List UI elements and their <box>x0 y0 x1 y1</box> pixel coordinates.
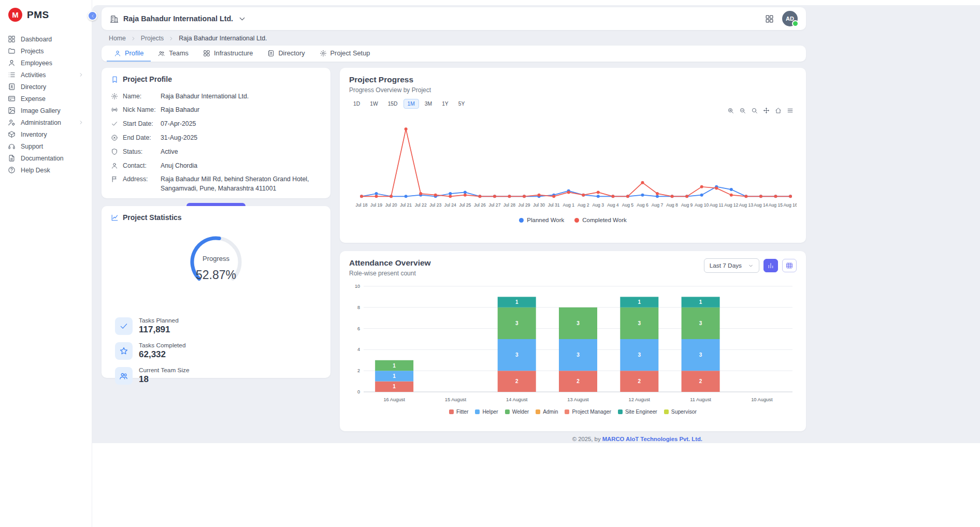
tab-project-setup[interactable]: Project Setup <box>312 46 378 62</box>
days-filter-value: Last 7 Days <box>710 262 742 269</box>
stat-value: 18 <box>139 374 189 385</box>
legend-label: Completed Work <box>582 217 626 223</box>
legend-fitter[interactable]: Fitter <box>449 409 468 415</box>
sidebar-item-projects[interactable]: Projects <box>0 45 92 57</box>
legend-site-engineer[interactable]: Site Engineer <box>618 409 657 415</box>
zoom-out-icon[interactable] <box>739 107 746 114</box>
svg-text:Jul 19: Jul 19 <box>370 202 382 208</box>
legend-label: Admin <box>543 409 558 415</box>
user-icon <box>114 50 121 57</box>
legend-color-square <box>536 409 540 414</box>
svg-text:14 August: 14 August <box>506 397 528 402</box>
stat-value: 117,891 <box>139 325 179 335</box>
range-button-1d[interactable]: 1D <box>349 99 364 109</box>
stat-label: Current Team Size <box>139 367 189 374</box>
breadcrumb-link-home[interactable]: Home <box>109 35 126 42</box>
team-icon <box>115 367 133 385</box>
range-button-15d[interactable]: 15D <box>384 99 402 109</box>
zoom-select-icon[interactable] <box>751 107 758 114</box>
sidebar-item-support[interactable]: Support <box>0 140 92 152</box>
chevron-down-icon <box>238 14 247 23</box>
field-label: Contact: <box>123 162 156 169</box>
tab-infrastructure[interactable]: Infrastructure <box>196 46 260 62</box>
legend-project-manager[interactable]: Project Manager <box>565 409 611 415</box>
attendance-card-subtitle: Role-wise present count <box>349 270 431 277</box>
sidebar-item-label: Activities <box>21 71 73 79</box>
building-icon <box>110 14 119 23</box>
tab-teams[interactable]: Teams <box>151 46 196 62</box>
svg-text:2: 2 <box>357 368 360 373</box>
field-label: Start Date: <box>123 120 156 127</box>
svg-text:Aug 13: Aug 13 <box>739 202 753 208</box>
svg-text:Aug 2: Aug 2 <box>578 202 589 208</box>
svg-text:1: 1 <box>393 363 396 369</box>
sidebar-item-dashboard[interactable]: Dashboard <box>0 33 92 45</box>
legend-completed-work[interactable]: Completed Work <box>574 217 626 223</box>
sidebar-item-image-gallery[interactable]: Image Gallery <box>0 105 92 116</box>
chart-view-button[interactable] <box>763 259 778 272</box>
svg-text:3: 3 <box>638 352 641 358</box>
chevron-down-icon <box>748 263 754 269</box>
sidebar-item-expense[interactable]: Expense <box>0 93 92 105</box>
content: Raja Bahadur International Ltd. AD HomeP… <box>102 7 806 442</box>
field-label: Status: <box>123 148 156 155</box>
legend-planned-work[interactable]: Planned Work <box>519 217 564 223</box>
range-button-3m[interactable]: 3M <box>421 99 436 109</box>
legend-supervisor[interactable]: Supervisor <box>664 409 697 415</box>
sidebar-item-employees[interactable]: Employees <box>0 57 92 69</box>
sidebar-item-activities[interactable]: Activities <box>0 69 92 81</box>
svg-text:3: 3 <box>577 352 580 358</box>
pan-icon[interactable] <box>763 107 770 114</box>
sidebar-item-administration[interactable]: Administration <box>0 116 92 128</box>
range-button-1y[interactable]: 1Y <box>438 99 453 109</box>
user-avatar[interactable]: AD <box>782 11 798 26</box>
svg-text:Jul 18: Jul 18 <box>356 202 368 208</box>
svg-text:13 August: 13 August <box>567 397 589 402</box>
legend-color-dot <box>519 218 524 223</box>
sidebar-item-documentation[interactable]: Documentation <box>0 152 92 164</box>
range-button-1m[interactable]: 1M <box>403 99 419 109</box>
breadcrumb-link-projects[interactable]: Projects <box>141 35 164 42</box>
reset-home-icon[interactable] <box>775 107 782 114</box>
company-selector[interactable]: Raja Bahadur International Ltd. <box>110 14 761 23</box>
profile-card-title: Project Profile <box>123 75 172 83</box>
legend-admin[interactable]: Admin <box>536 409 558 415</box>
svg-text:Jul 23: Jul 23 <box>429 202 441 208</box>
breadcrumb-separator-icon <box>131 36 136 41</box>
left-column: Project Profile Name:Raja Bahadur Intern… <box>102 68 330 431</box>
legend-label: Supervisor <box>671 409 697 415</box>
svg-text:Aug 15: Aug 15 <box>769 202 783 208</box>
file-icon <box>8 154 16 162</box>
sidebar-item-help-desk[interactable]: Help Desk <box>0 164 92 176</box>
days-filter-select[interactable]: Last 7 Days <box>704 258 759 273</box>
apps-grid-icon[interactable] <box>765 14 774 23</box>
legend-label: Site Engineer <box>625 409 657 415</box>
sidebar-item-inventory[interactable]: Inventory <box>0 128 92 140</box>
legend-helper[interactable]: Helper <box>475 409 498 415</box>
tab-label: Directory <box>278 49 305 57</box>
field-value: Raja Bahadur Mill Rd, behind Sheraton Gr… <box>161 175 321 194</box>
range-button-1w[interactable]: 1W <box>366 99 382 109</box>
main-area: Raja Bahadur International Ltd. AD HomeP… <box>92 0 980 527</box>
app-logo[interactable]: M PMS <box>0 0 92 29</box>
table-view-button[interactable] <box>782 259 797 272</box>
legend-color-square <box>449 409 454 414</box>
line-chart-svg: Jul 18Jul 19Jul 20Jul 21Jul 22Jul 23Jul … <box>349 112 797 214</box>
tab-profile[interactable]: Profile <box>107 46 151 62</box>
user-icon <box>111 162 118 169</box>
range-button-5y[interactable]: 5Y <box>454 99 469 109</box>
legend-color-dot <box>574 218 579 223</box>
footer-text: © 2025, by <box>572 436 602 442</box>
svg-text:Jul 25: Jul 25 <box>459 202 471 208</box>
gauge-value: 52.87% <box>184 268 248 282</box>
sidebar-item-directory[interactable]: Directory <box>0 81 92 93</box>
legend-welder[interactable]: Welder <box>505 409 529 415</box>
zoom-in-icon[interactable] <box>727 107 734 114</box>
sidebar-collapse-button[interactable] <box>88 11 97 21</box>
sidebar-item-label: Help Desk <box>21 167 84 174</box>
progress-gauge: Progress 52.87% <box>184 230 248 294</box>
chart-menu-icon[interactable] <box>787 107 794 114</box>
tab-directory[interactable]: Directory <box>260 46 312 62</box>
svg-text:Jul 20: Jul 20 <box>385 202 397 208</box>
footer-company-link[interactable]: MARCO AIoT Technologies Pvt. Ltd. <box>602 436 702 442</box>
